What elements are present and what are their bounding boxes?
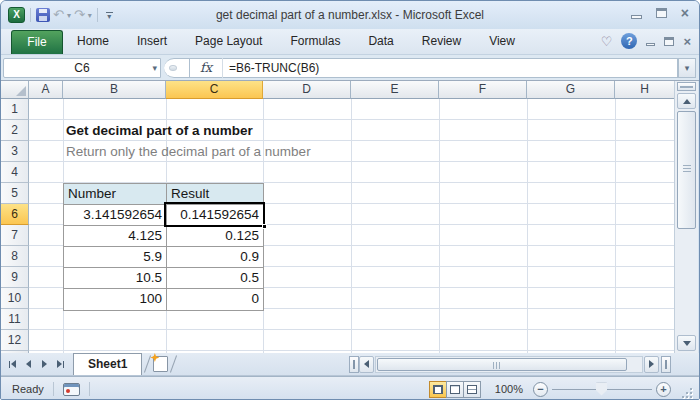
table-header-number[interactable]: Number <box>64 184 167 205</box>
help-icon[interactable]: ? <box>621 33 637 49</box>
first-sheet-icon[interactable] <box>5 357 19 372</box>
minimize-icon[interactable] <box>631 15 642 19</box>
formula-bar: C6 ▾ fx =B6-TRUNC(B6) ▾ <box>1 55 699 81</box>
insert-function-button[interactable]: fx <box>190 58 222 78</box>
cell-c7[interactable]: 0.125 <box>167 226 263 247</box>
tab-home[interactable]: Home <box>63 29 123 54</box>
workbook-restore-icon[interactable] <box>664 37 674 46</box>
vertical-scrollbar[interactable] <box>674 81 698 353</box>
expand-formula-bar-icon[interactable]: ▾ <box>678 58 696 78</box>
cell-c10[interactable]: 0 <box>167 289 263 310</box>
cell-b2-title[interactable]: Get decimal part of a number <box>66 120 253 141</box>
zoom-slider-thumb[interactable] <box>596 383 607 396</box>
select-all-corner[interactable] <box>1 81 29 99</box>
column-header-d[interactable]: D <box>263 81 351 99</box>
tab-separator <box>144 355 151 372</box>
tab-separator <box>170 355 177 372</box>
split-handle[interactable] <box>677 82 696 91</box>
gridline <box>527 99 528 353</box>
gridline <box>439 99 440 353</box>
horizontal-scrollbar[interactable] <box>375 356 643 373</box>
page-break-icon <box>467 385 477 394</box>
ribbon-right-controls: ♡ ? × <box>601 33 691 49</box>
fill-handle[interactable] <box>262 224 267 229</box>
row-header-5[interactable]: 5 <box>1 183 29 204</box>
formula-bar-dot-icon <box>169 65 177 71</box>
resize-grip[interactable] <box>680 386 693 399</box>
zoom-in-icon[interactable]: + <box>656 382 671 397</box>
row-header-8[interactable]: 8 <box>1 246 29 267</box>
row-header-9[interactable]: 9 <box>1 267 29 288</box>
tab-split-handle[interactable] <box>349 356 359 373</box>
cell-b7[interactable]: 4.125 <box>64 226 167 247</box>
column-header-b[interactable]: B <box>63 81 166 99</box>
cell-b6[interactable]: 3.141592654 <box>64 205 167 226</box>
tab-review[interactable]: Review <box>408 29 475 54</box>
row-header-1[interactable]: 1 <box>1 99 29 120</box>
zoom-level[interactable]: 100% <box>495 383 523 395</box>
row-header-11[interactable]: 11 <box>1 309 29 330</box>
normal-view-button[interactable] <box>429 381 447 398</box>
scroll-up-icon[interactable] <box>677 93 696 109</box>
row-header-7[interactable]: 7 <box>1 225 29 246</box>
gridline <box>615 99 616 353</box>
zoom-slider[interactable] <box>552 382 652 397</box>
restore-icon[interactable] <box>656 8 667 18</box>
zoom-out-icon[interactable]: − <box>533 382 548 397</box>
cell-b9[interactable]: 10.5 <box>64 268 167 289</box>
cell-c8[interactable]: 0.9 <box>167 247 263 268</box>
row-header-10[interactable]: 10 <box>1 288 29 309</box>
tab-view[interactable]: View <box>475 29 529 54</box>
column-header-g[interactable]: G <box>527 81 615 99</box>
tab-data[interactable]: Data <box>354 29 407 54</box>
status-bar-right: 100% − + <box>430 381 693 398</box>
cell-b3-subtitle[interactable]: Return only the decimal part of a number <box>66 141 311 162</box>
divider <box>89 382 90 396</box>
column-header-h[interactable]: H <box>615 81 674 99</box>
cell-c9[interactable]: 0.5 <box>167 268 263 289</box>
macro-record-icon[interactable] <box>63 383 80 396</box>
tab-insert[interactable]: Insert <box>123 29 181 54</box>
workbook-close-icon[interactable]: × <box>683 36 691 47</box>
scroll-left-icon[interactable] <box>359 356 374 373</box>
column-header-f[interactable]: F <box>439 81 527 99</box>
active-cell-selection[interactable] <box>164 202 265 227</box>
last-sheet-icon[interactable] <box>53 357 67 372</box>
horizontal-scrollbar-thumb[interactable] <box>377 358 627 371</box>
row-header-3[interactable]: 3 <box>1 141 29 162</box>
tab-page-layout[interactable]: Page Layout <box>181 29 276 54</box>
name-box-dropdown-icon[interactable]: ▾ <box>152 59 157 77</box>
tab-file[interactable]: File <box>11 30 63 54</box>
tab-formulas[interactable]: Formulas <box>276 29 354 54</box>
row-header-4[interactable]: 4 <box>1 162 29 183</box>
column-header-a[interactable]: A <box>29 81 63 99</box>
row-header-12[interactable]: 12 <box>1 330 29 351</box>
cell-b10[interactable]: 100 <box>64 289 167 310</box>
name-box-value: C6 <box>74 61 89 75</box>
page-layout-view-button[interactable] <box>446 381 464 398</box>
column-header-c[interactable]: C <box>166 81 263 99</box>
cells-area[interactable]: Get decimal part of a number Return only… <box>29 99 674 353</box>
ribbon-tab-bar: File Home Insert Page Layout Formulas Da… <box>1 29 699 55</box>
next-sheet-icon[interactable] <box>37 357 51 372</box>
column-header-e[interactable]: E <box>351 81 439 99</box>
cell-b8[interactable]: 5.9 <box>64 247 167 268</box>
row-header-2[interactable]: 2 <box>1 120 29 141</box>
formula-input[interactable]: =B6-TRUNC(B6) <box>223 58 678 78</box>
table-row: 4.125 0.125 <box>64 226 263 247</box>
name-box[interactable]: C6 ▾ <box>3 58 161 78</box>
favorite-icon[interactable]: ♡ <box>601 34 613 49</box>
scroll-down-icon[interactable] <box>677 335 696 351</box>
scrollbar-split-handle[interactable] <box>661 356 671 373</box>
workbook-minimize-icon[interactable] <box>646 43 655 46</box>
row-header-6[interactable]: 6 <box>1 204 29 225</box>
vertical-scrollbar-thumb[interactable] <box>677 111 696 229</box>
close-icon[interactable]: × <box>681 7 689 19</box>
insert-worksheet-icon[interactable] <box>153 356 168 372</box>
page-break-view-button[interactable] <box>463 381 481 398</box>
sheet-nav-buttons <box>1 357 67 372</box>
scroll-right-icon[interactable] <box>644 356 659 373</box>
sheet-tab-sheet1[interactable]: Sheet1 <box>73 353 142 375</box>
previous-sheet-icon[interactable] <box>21 357 35 372</box>
row-headers: 1 2 3 4 5 6 7 8 9 10 11 12 13 <box>1 99 29 353</box>
